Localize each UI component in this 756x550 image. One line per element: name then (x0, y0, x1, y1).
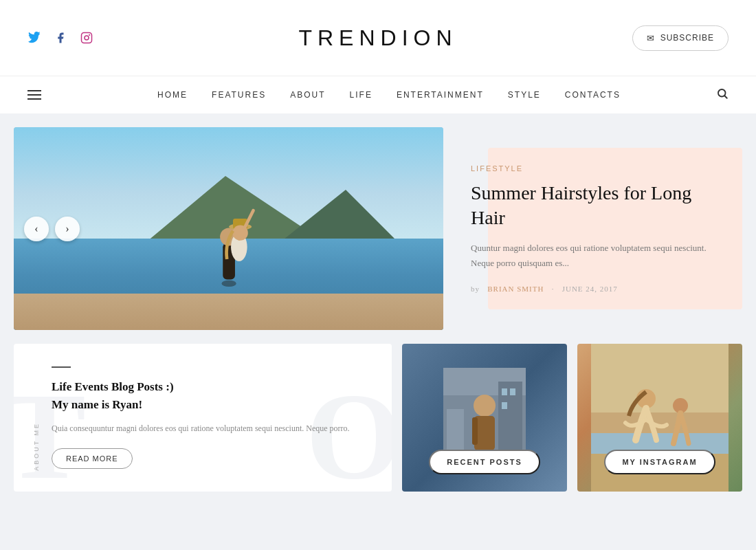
search-icon[interactable] (716, 87, 729, 103)
hamburger-menu[interactable] (27, 90, 41, 100)
svg-point-2 (89, 35, 90, 36)
nav-life[interactable]: LIFE (350, 90, 373, 100)
slider-prev-button[interactable]: ‹ (24, 217, 49, 241)
feature-card: LIFESTYLE Summer Hairstyles for Long Hai… (443, 127, 742, 330)
feature-category: LIFESTYLE (471, 164, 715, 173)
site-logo[interactable]: TRENDION (298, 25, 457, 51)
slider-next-button[interactable]: › (55, 217, 80, 241)
hero-slider: ‹ › (14, 127, 443, 330)
main-nav: HOME FEATURES ABOUT LIFE ENTERTAINMENT S… (0, 76, 756, 113)
nav-style[interactable]: STYLE (508, 90, 541, 100)
svg-line-4 (724, 96, 726, 98)
feature-excerpt: Quuntur magni dolores eos qui ratione vo… (471, 241, 715, 271)
nav-home[interactable]: HOME (157, 90, 188, 100)
about-content: Life Events Blog Posts :) My name is Rya… (38, 366, 368, 468)
nav-entertainment[interactable]: ENTERTAINMENT (397, 90, 484, 100)
twitter-icon[interactable] (27, 31, 41, 45)
nav-contacts[interactable]: CONTACTS (565, 90, 621, 100)
lower-section: T O ABOUT ME Life Events Blog Posts :) M… (14, 344, 742, 492)
recent-posts-card: RECENT POSTS (402, 344, 567, 492)
instagram-overlay: MY INSTAGRAM (577, 344, 742, 492)
about-body: Quia consequuntur magni dolores eos qui … (52, 421, 368, 435)
by-label: by (471, 285, 480, 293)
svg-point-5 (221, 280, 236, 286)
recent-posts-button[interactable]: RECENT POSTS (429, 450, 540, 474)
svg-point-1 (85, 36, 89, 40)
instagram-card: MY INSTAGRAM (577, 344, 742, 492)
main-content: ‹ › LIFESTYLE Summer Hairstyles for Long… (0, 113, 756, 505)
feature-author[interactable]: BRIAN SMITH (487, 285, 544, 293)
feature-meta: by BRIAN SMITH · JUNE 24, 2017 (471, 285, 715, 293)
nav-about[interactable]: ABOUT (290, 90, 325, 100)
about-divider (52, 366, 71, 368)
instagram-icon[interactable] (80, 31, 93, 45)
about-heading: Life Events Blog Posts :) My name is Rya… (52, 378, 368, 413)
about-card: T O ABOUT ME Life Events Blog Posts :) M… (14, 344, 392, 492)
feature-title: Summer Hairstyles for Long Hair (471, 181, 715, 231)
read-more-button[interactable]: READ MORE (52, 448, 133, 469)
recent-posts-overlay: RECENT POSTS (402, 344, 567, 492)
feature-card-content: LIFESTYLE Summer Hairstyles for Long Hai… (471, 164, 715, 294)
svg-rect-0 (82, 33, 92, 43)
subscribe-button[interactable]: ✉ SUBSCRIBE (632, 25, 729, 51)
mail-icon: ✉ (647, 33, 655, 43)
nav-features[interactable]: FEATURES (212, 90, 266, 100)
nav-links-container: HOME FEATURES ABOUT LIFE ENTERTAINMENT S… (62, 90, 716, 100)
site-header: TRENDION ✉ SUBSCRIBE (0, 0, 756, 76)
feature-date: JUNE 24, 2017 (562, 285, 618, 293)
instagram-button[interactable]: MY INSTAGRAM (604, 450, 715, 474)
social-links (27, 31, 93, 45)
couple-silhouette (164, 178, 302, 300)
meta-separator: · (546, 285, 559, 293)
facebook-icon[interactable] (54, 31, 67, 45)
hero-section: ‹ › LIFESTYLE Summer Hairstyles for Long… (14, 127, 742, 330)
